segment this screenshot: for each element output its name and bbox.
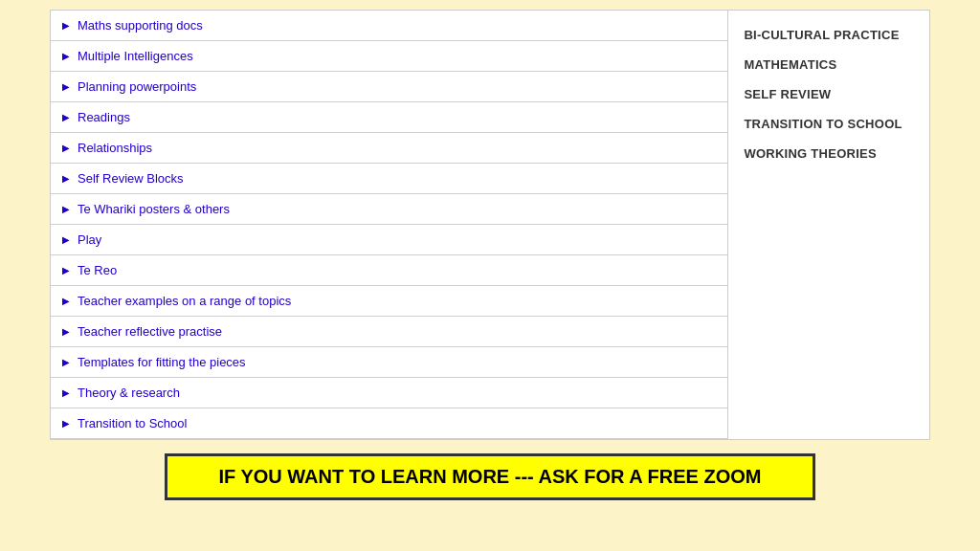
right-nav-item[interactable]: TRANSITION TO SCHOOL bbox=[744, 109, 914, 139]
list-item[interactable]: ▶Multiple Intelligences bbox=[51, 41, 727, 72]
list-item[interactable]: ▶Teacher reflective practise bbox=[51, 317, 727, 347]
arrow-icon: ▶ bbox=[62, 234, 70, 245]
list-item-label: Multiple Intelligences bbox=[78, 49, 193, 63]
list-item[interactable]: ▶Planning powerpoints bbox=[51, 72, 727, 102]
list-item-label: Readings bbox=[78, 110, 130, 124]
list-item[interactable]: ▶Theory & research bbox=[51, 378, 727, 408]
list-item-label: Planning powerpoints bbox=[78, 79, 196, 94]
right-panel: BI-CULTURAL PRACTICEMATHEMATICSSELF REVI… bbox=[728, 11, 929, 439]
list-item-label: Self Review Blocks bbox=[78, 171, 184, 186]
list-item-label: Teacher examples on a range of topics bbox=[78, 294, 291, 308]
arrow-icon: ▶ bbox=[62, 143, 70, 153]
list-item[interactable]: ▶Teacher examples on a range of topics bbox=[51, 286, 727, 317]
right-nav-item[interactable]: MATHEMATICS bbox=[744, 50, 914, 79]
list-item[interactable]: ▶Transition to School bbox=[51, 408, 727, 439]
list-item-label: Te Whariki posters & others bbox=[78, 202, 230, 216]
list-item-label: Play bbox=[78, 232, 101, 247]
arrow-icon: ▶ bbox=[62, 204, 70, 214]
list-item[interactable]: ▶Te Whariki posters & others bbox=[51, 194, 727, 225]
list-item[interactable]: ▶Play bbox=[51, 225, 727, 255]
arrow-icon: ▶ bbox=[62, 418, 70, 429]
arrow-icon: ▶ bbox=[62, 387, 70, 398]
list-item-label: Theory & research bbox=[78, 386, 180, 400]
list-item[interactable]: ▶Readings bbox=[51, 102, 727, 133]
list-item[interactable]: ▶Maths supporting docs bbox=[51, 11, 727, 41]
right-nav-item[interactable]: WORKING THEORIES bbox=[744, 139, 914, 168]
main-container: ▶Maths supporting docs▶Multiple Intellig… bbox=[50, 10, 930, 440]
arrow-icon: ▶ bbox=[62, 296, 70, 306]
arrow-icon: ▶ bbox=[62, 265, 70, 276]
arrow-icon: ▶ bbox=[62, 81, 70, 92]
list-item[interactable]: ▶Templates for fitting the pieces bbox=[51, 347, 727, 378]
arrow-icon: ▶ bbox=[62, 173, 70, 184]
arrow-icon: ▶ bbox=[62, 357, 70, 367]
arrow-icon: ▶ bbox=[62, 326, 70, 337]
banner: IF YOU WANT TO LEARN MORE --- ASK FOR A … bbox=[165, 453, 815, 500]
arrow-icon: ▶ bbox=[62, 112, 70, 122]
list-item-label: Te Reo bbox=[78, 263, 117, 277]
list-item[interactable]: ▶Te Reo bbox=[51, 255, 727, 286]
arrow-icon: ▶ bbox=[62, 20, 70, 31]
right-nav-item[interactable]: SELF REVIEW bbox=[744, 79, 914, 109]
arrow-icon: ▶ bbox=[62, 51, 70, 61]
list-item-label: Maths supporting docs bbox=[78, 18, 203, 33]
list-item[interactable]: ▶Relationships bbox=[51, 133, 727, 164]
list-item-label: Relationships bbox=[78, 141, 152, 155]
list-item-label: Teacher reflective practise bbox=[78, 324, 222, 339]
list-item-label: Transition to School bbox=[78, 416, 187, 430]
right-nav-item[interactable]: BI-CULTURAL PRACTICE bbox=[744, 20, 914, 50]
left-panel: ▶Maths supporting docs▶Multiple Intellig… bbox=[51, 11, 728, 439]
list-item-label: Templates for fitting the pieces bbox=[78, 355, 246, 369]
list-item[interactable]: ▶Self Review Blocks bbox=[51, 164, 727, 194]
